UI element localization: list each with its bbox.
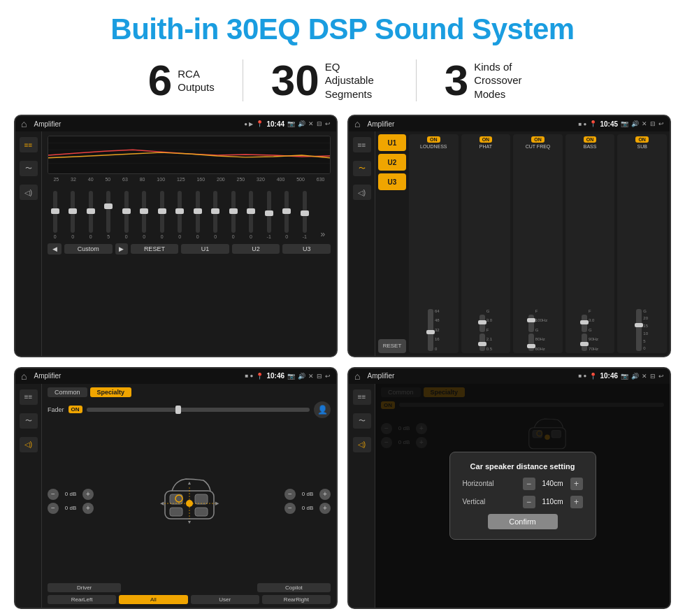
eq-reset-btn[interactable]: RESET [131,244,179,254]
vol-minus-rr[interactable]: − [284,503,296,514]
eq-slider-12[interactable]: -1 [267,191,271,239]
eq-slider-0[interactable]: 0 [53,191,57,239]
eq-slider-9[interactable]: 0 [213,191,217,239]
dialog-vertical-minus[interactable]: − [523,496,535,508]
wave-icon-4[interactable]: 〜 [353,413,371,429]
volume-icon-4: 🔊 [631,373,639,380]
vol-plus-rl[interactable]: + [82,503,94,514]
spk-tab-specialty[interactable]: Specialty [90,387,132,397]
eq-slider-expand[interactable]: » [320,229,325,239]
eq-slider-4[interactable]: 0 [124,191,129,239]
wave-icon-1[interactable]: 〜 [20,161,38,176]
vslider-phat-f[interactable] [480,334,485,351]
eq-icon-2[interactable]: ≡≡ [353,137,371,152]
speaker-icon-1[interactable]: ◁) [20,185,38,200]
close-icon-1[interactable]: ✕ [308,120,314,127]
eq-slider-13[interactable]: 0 [284,191,289,239]
spk-tab-common[interactable]: Common [48,387,87,397]
adv-reset-btn[interactable]: RESET [378,339,406,353]
spk-rearleft-btn[interactable]: RearLeft [48,595,116,604]
vol-minus-fr[interactable]: − [284,489,296,500]
ch-slider-bass: F3.0G90Hz70Hz [582,151,598,351]
eq-slider-1[interactable]: 0 [71,191,75,239]
eq-play-btn[interactable]: ▶ [115,243,128,255]
vslider-phat-g[interactable] [480,315,485,332]
window-icon-3[interactable]: ⊟ [317,373,322,380]
wave-icon-2[interactable]: 〜 [353,161,371,176]
eq-slider-3[interactable]: 5 [106,191,110,239]
window-icon-1[interactable]: ⊟ [317,120,322,127]
back-icon-3[interactable]: ↩ [325,373,331,380]
vol-plus-rr[interactable]: + [319,503,331,514]
back-icon-4[interactable]: ↩ [658,373,664,380]
eq-slider-7[interactable]: 0 [178,191,182,239]
window-icon-2[interactable]: ⊟ [650,120,656,127]
eq-slider-10[interactable]: 0 [231,191,236,239]
vslider-cutfreq-f[interactable] [528,315,534,332]
vol-minus-fl[interactable]: − [48,489,59,500]
eq-icon-3[interactable]: ≡≡ [20,389,38,405]
eq-icon-4[interactable]: ≡≡ [353,389,371,405]
back-icon-2[interactable]: ↩ [658,120,664,127]
eq-u3-btn[interactable]: U3 [282,244,331,254]
ch-toggle-sub[interactable]: ON [635,136,649,143]
eq-slider-6[interactable]: 0 [160,191,164,239]
close-icon-2[interactable]: ✕ [642,120,647,127]
confirm-button[interactable]: Confirm [488,514,558,529]
vslider-bass-f[interactable] [582,315,587,332]
vol-row-rr: − 0 dB + [284,503,331,514]
freq-250: 250 [237,177,245,182]
spk-all-btn[interactable]: All [119,595,187,604]
dialog-horizontal-plus[interactable]: + [570,478,583,490]
vol-plus-fr[interactable]: + [319,489,331,500]
spk-driver-btn[interactable]: Driver [48,583,121,592]
ch-toggle-loudness[interactable]: ON [427,136,440,143]
vol-minus-rl[interactable]: − [48,503,59,514]
eq-slider-5[interactable]: 0 [142,191,146,239]
preset-u2[interactable]: U2 [378,154,406,171]
freq-25: 25 [53,177,59,182]
vol-plus-fl[interactable]: + [82,489,94,500]
speaker-icon-3[interactable]: ◁) [20,437,38,452]
freq-200: 200 [217,177,225,182]
ch-toggle-phat[interactable]: ON [480,136,493,143]
preset-u1[interactable]: U1 [378,134,406,151]
close-icon-3[interactable]: ✕ [308,373,314,380]
eq-custom-btn[interactable]: Custom [64,244,113,254]
eq-slider-14[interactable]: -1 [303,191,307,239]
eq-icon-1[interactable]: ≡≡ [20,137,38,152]
home-icon-2[interactable]: ⌂ [354,118,360,129]
spk-rearright-btn[interactable]: RearRight [262,595,331,604]
eq-prev-btn[interactable]: ◀ [48,243,62,255]
fader-on-btn[interactable]: ON [68,406,82,413]
home-icon-3[interactable]: ⌂ [21,371,27,382]
back-icon-1[interactable]: ↩ [325,120,331,127]
dialog-vertical-plus[interactable]: + [570,496,583,508]
ch-toggle-cutfreq[interactable]: ON [531,136,545,143]
vslider-sub[interactable] [636,309,642,351]
fader-slider[interactable] [87,408,310,412]
close-icon-4[interactable]: ✕ [642,373,647,380]
vslider-loudness[interactable] [428,309,433,351]
dialog-horizontal-minus[interactable]: − [523,478,535,490]
svg-text:▲: ▲ [187,480,192,485]
speaker-icon-4[interactable]: ◁) [353,437,371,452]
wave-icon-3[interactable]: 〜 [20,413,38,429]
vslider-bass-g[interactable] [582,334,587,351]
status-bar-4: ⌂ Amplifier ■ ● 📍 10:46 📷 🔊 ✕ ⊟ ↩ [349,368,670,384]
home-icon-4[interactable]: ⌂ [354,371,360,382]
preset-u3[interactable]: U3 [378,173,406,190]
eq-slider-11[interactable]: 0 [249,191,253,239]
spk-copilot-btn[interactable]: Copilot [257,583,331,592]
vslider-cutfreq-g[interactable] [528,334,534,351]
window-icon-4[interactable]: ⊟ [650,373,656,380]
speaker-icon-2[interactable]: ◁) [353,185,371,200]
eq-slider-8[interactable]: 0 [196,191,200,239]
eq-u1-btn[interactable]: U1 [181,244,229,254]
eq-slider-2[interactable]: 0 [89,191,93,239]
spk-user-btn[interactable]: User [191,595,259,604]
eq-u2-btn[interactable]: U2 [232,244,280,254]
home-icon-1[interactable]: ⌂ [21,118,27,129]
screen1-title: Amplifier [34,120,241,128]
ch-toggle-bass[interactable]: ON [584,136,597,143]
